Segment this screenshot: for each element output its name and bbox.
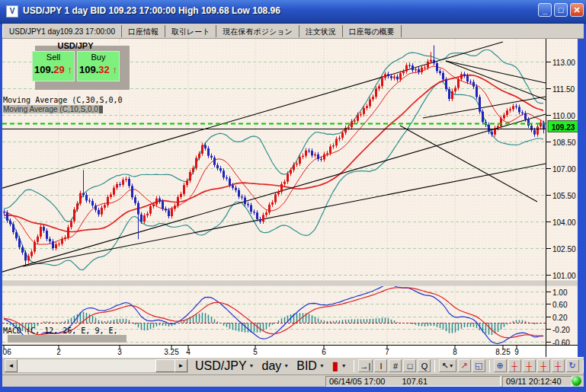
period-select-value: day xyxy=(262,359,282,373)
candle-body xyxy=(451,91,453,99)
snap-end-icon[interactable]: →| xyxy=(358,359,373,372)
instrument-select[interactable]: USD/JPY▼ xyxy=(192,358,258,374)
zoom-region-icon[interactable]: □ xyxy=(403,359,416,372)
scroll-left-button[interactable]: ◄ xyxy=(5,359,18,372)
scroll-thumb[interactable] xyxy=(155,359,175,372)
dropdown-arrow-icon: ▼ xyxy=(341,363,347,368)
candle-body xyxy=(24,253,27,261)
candle-body xyxy=(204,145,207,148)
price-axis-label: 104.00 xyxy=(552,218,576,227)
window-border xyxy=(0,387,586,392)
candle-body xyxy=(177,197,179,206)
candle-body xyxy=(396,77,399,80)
candle-body xyxy=(229,179,231,186)
candle-body xyxy=(290,170,292,174)
ma10-indicator-label[interactable]: Moving Average (C,10,S,0,0 xyxy=(3,105,103,113)
candle-body xyxy=(424,68,426,69)
candle-body xyxy=(430,60,432,62)
candle-body xyxy=(79,193,82,204)
price-source-select[interactable]: BID▼ xyxy=(293,358,328,374)
draw-line-icon[interactable]: ↗ xyxy=(458,359,471,372)
candle-body xyxy=(232,185,234,187)
candle-body xyxy=(49,239,51,241)
candle-body xyxy=(479,97,481,111)
candle-body xyxy=(180,194,182,197)
candle-body xyxy=(320,159,322,160)
candle-body xyxy=(347,127,350,128)
draw-line-icon-glyph: ↗ xyxy=(461,361,468,371)
candle-body xyxy=(354,121,356,122)
candle-body xyxy=(439,71,441,73)
candle-body xyxy=(427,62,429,68)
candle-body xyxy=(247,204,249,205)
dropdown-arrow-icon: ▼ xyxy=(449,363,454,368)
candle-body xyxy=(140,215,142,221)
price-axis-label: 105.50 xyxy=(552,192,576,200)
candle-body xyxy=(94,206,97,210)
candle-body xyxy=(213,158,216,165)
crosshair-vertical-icon[interactable]: ┼ xyxy=(508,359,521,372)
macd-axis-label: 1.00 xyxy=(552,288,568,297)
toolbar-tools: USD/JPY▼day▼BID▼▮▼→|I#□Q↖▼↗◱⊕┼┼┼┼↻1:11:1… xyxy=(192,358,586,374)
candle-body xyxy=(311,151,313,155)
candle-body xyxy=(277,192,280,194)
zoom-q-icon[interactable]: Q xyxy=(418,359,431,372)
candle-body xyxy=(70,221,72,228)
candle-body xyxy=(314,155,316,155)
candle-body xyxy=(198,154,200,158)
current-price-tag-value: 109.23 xyxy=(552,123,575,132)
buy-price-pips: 32 xyxy=(98,64,109,75)
period-select[interactable]: day▼ xyxy=(259,358,293,374)
macd-axis-label: 0.60 xyxy=(552,301,568,309)
chart-style-select[interactable]: ▮▼ xyxy=(329,357,350,374)
refresh-icon[interactable]: ↻ xyxy=(566,359,579,372)
macd-indicator-label[interactable]: MACD (C, 12, 26, E, 9, E, xyxy=(3,327,118,335)
buy-quote-button[interactable]: Buy 109.32 ↑ xyxy=(77,51,120,81)
buy-price-main: 109. xyxy=(79,64,98,75)
candle-body xyxy=(512,106,514,109)
candle-body xyxy=(67,228,69,238)
scroll-right-button[interactable]: ► xyxy=(175,359,187,372)
chart-h-scrollbar[interactable]: ◄ ► xyxy=(4,359,188,373)
crosshair-horizontal-icon[interactable]: ┼ xyxy=(537,359,550,372)
crosshair-icon[interactable]: ┼ xyxy=(552,359,565,372)
candle-body xyxy=(131,186,133,197)
zoom-in-icon[interactable]: ⊕ xyxy=(494,359,507,372)
candle-body xyxy=(27,257,30,261)
chart-right-edge xyxy=(578,39,584,357)
candle-body xyxy=(366,106,368,108)
cascade-windows-icon[interactable]: ◱ xyxy=(472,359,485,372)
candle-body xyxy=(58,244,60,244)
candle-body xyxy=(116,184,118,188)
candle-body xyxy=(293,164,295,170)
window-border xyxy=(0,24,2,392)
candle-body xyxy=(488,125,490,132)
candle-body xyxy=(497,126,499,129)
status-bar: 06/14/05 17:00 107.61 09/11 20:12:40 xyxy=(2,374,584,387)
x-axis-label: 3.25 xyxy=(164,348,179,356)
candle-body xyxy=(280,184,283,193)
macd-axis-label: -0.20 xyxy=(552,326,570,334)
snap-end-icon-glyph: →| xyxy=(360,362,371,371)
candle-body xyxy=(253,212,255,212)
candle-body xyxy=(500,118,502,126)
label-resize-handle[interactable] xyxy=(99,106,103,113)
crosshair-move-icon[interactable]: ┼ xyxy=(523,359,536,372)
fit-height-icon[interactable]: I xyxy=(374,359,387,372)
candle-body xyxy=(387,74,389,76)
candle-body xyxy=(15,232,18,238)
pane-divider[interactable] xyxy=(2,280,578,286)
candle-body xyxy=(226,177,228,178)
app-window: V USD/JPY 1 day BID 109.23 17:00:00 High… xyxy=(0,0,586,392)
candle-body xyxy=(296,164,298,164)
candle-body xyxy=(143,215,146,221)
candle-body xyxy=(445,79,447,89)
grid-toggle-icon[interactable]: # xyxy=(389,359,402,372)
ma30-indicator-label[interactable]: Moving Average (C,30,S,0,0 xyxy=(3,96,123,104)
pointer-tool-icon[interactable]: ↖▼ xyxy=(439,359,456,372)
crosshair-move-icon-glyph: ┼ xyxy=(526,362,532,371)
sell-quote-button[interactable]: Sell 109.29 ↑ xyxy=(32,51,75,81)
zoom-q-icon-glyph: Q xyxy=(421,362,428,371)
quote-pair-label: USD/JPY xyxy=(30,41,120,51)
candle-body xyxy=(460,74,463,78)
